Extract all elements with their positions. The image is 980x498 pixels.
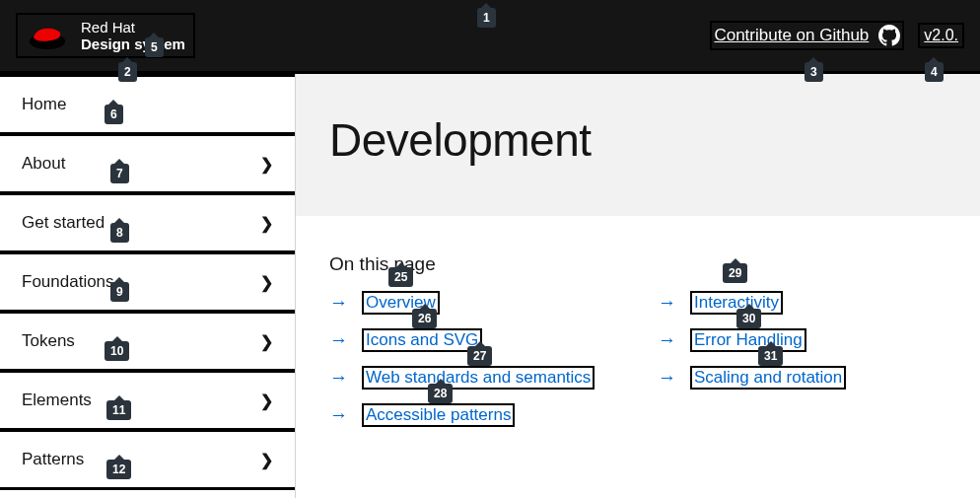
sidebar-item-label: About	[22, 154, 65, 174]
page-hero: Development	[296, 74, 980, 216]
contribute-github-link[interactable]: Contribute on Github	[710, 21, 904, 50]
table-of-contents: → Overview 26 → Icons and SVG 27 → Web s…	[329, 291, 946, 427]
marker: 28	[428, 384, 453, 403]
on-this-page-heading: On this page 25	[329, 253, 436, 275]
sidebar-item-label: Get started	[22, 213, 105, 233]
arrow-right-icon: →	[329, 292, 348, 314]
sidebar-item-elements[interactable]: Elements ❯ 11	[0, 372, 295, 431]
sidebar-item-foundations[interactable]: Foundations ❯ 9	[0, 253, 295, 313]
logo-text: Red Hat Design system	[81, 19, 185, 53]
redhat-icon	[26, 20, 69, 51]
toc-item: → Overview 26	[329, 291, 618, 315]
marker: 12	[106, 460, 131, 479]
toc-link-web-standards[interactable]: Web standards and semantics	[362, 366, 595, 390]
chevron-right-icon: ❯	[260, 214, 273, 233]
chevron-right-icon: ❯	[260, 391, 273, 410]
marker: 29	[723, 263, 747, 283]
sidebar-item-home[interactable]: Home 6	[0, 74, 295, 135]
toc-link-error-handling[interactable]: Error Handling	[690, 328, 806, 352]
marker: 30	[736, 309, 761, 328]
arrow-right-icon: →	[658, 367, 676, 389]
toc-item: → Interactivity 29 30	[658, 291, 946, 315]
marker: 4	[925, 62, 944, 82]
brand-line2: Design system	[81, 36, 185, 52]
marker: 6	[105, 105, 123, 124]
toc-link-scaling-rotation[interactable]: Scaling and rotation	[690, 366, 846, 390]
sidebar-item-label: Home	[22, 95, 66, 114]
marker: 25	[388, 267, 413, 287]
marker: 3	[805, 62, 823, 82]
chevron-right-icon: ❯	[260, 155, 273, 174]
toc-link-accessible-patterns[interactable]: Accessible patterns	[362, 403, 515, 427]
toc-item: → Error Handling 31	[658, 328, 946, 352]
sidebar-item-get-started[interactable]: Get started ❯ 8	[0, 194, 295, 253]
marker: 2	[118, 62, 137, 82]
arrow-right-icon: →	[329, 329, 348, 351]
logo[interactable]: Red Hat Design system	[16, 13, 195, 59]
arrow-right-icon: →	[658, 329, 676, 351]
chevron-right-icon: ❯	[260, 332, 273, 351]
marker: 10	[105, 341, 129, 361]
marker: 31	[758, 346, 783, 366]
chevron-right-icon: ❯	[260, 273, 273, 292]
sidebar-item-tokens[interactable]: Tokens ❯ 10	[0, 313, 295, 372]
toc-item: → Web standards and semantics 28	[329, 366, 618, 390]
brand-line1: Red Hat	[81, 19, 185, 36]
sidebar-item-label: Patterns	[22, 450, 84, 469]
marker: 26	[412, 309, 437, 328]
arrow-right-icon: →	[658, 292, 676, 314]
page-title: Development	[329, 113, 946, 167]
sidebar-item-about[interactable]: About ❯ 7	[0, 135, 295, 194]
marker: 5	[145, 37, 164, 57]
marker: 11	[106, 400, 131, 420]
sidebar-item-label: Tokens	[22, 331, 75, 351]
main-content: Development On this page 25 → Overview 2…	[296, 74, 980, 498]
toc-link-icons-svg[interactable]: Icons and SVG	[362, 328, 482, 352]
sidebar-item-patterns[interactable]: Patterns ❯ 12	[0, 431, 295, 490]
marker: 7	[110, 164, 129, 183]
chevron-right-icon: ❯	[260, 451, 273, 469]
marker: 8	[110, 223, 129, 243]
marker: 9	[110, 282, 129, 302]
github-icon	[878, 25, 900, 46]
sidebar-item-label: Elements	[22, 391, 92, 410]
sidebar-nav: Home 6 About ❯ 7 Get started ❯ 8 Foundat…	[0, 74, 296, 498]
marker: 27	[467, 346, 492, 366]
sidebar-item-label: Foundations	[22, 272, 114, 292]
toc-item: → Scaling and rotation	[658, 366, 946, 390]
arrow-right-icon: →	[329, 404, 348, 426]
marker: 1	[477, 8, 496, 28]
toc-item: → Icons and SVG 27	[329, 328, 618, 352]
arrow-right-icon: →	[329, 367, 348, 389]
header-right: Contribute on Github v2.0.	[710, 21, 964, 50]
contribute-label: Contribute on Github	[714, 26, 869, 45]
version-selector[interactable]: v2.0.	[918, 23, 964, 48]
toc-item: → Accessible patterns	[329, 403, 618, 427]
